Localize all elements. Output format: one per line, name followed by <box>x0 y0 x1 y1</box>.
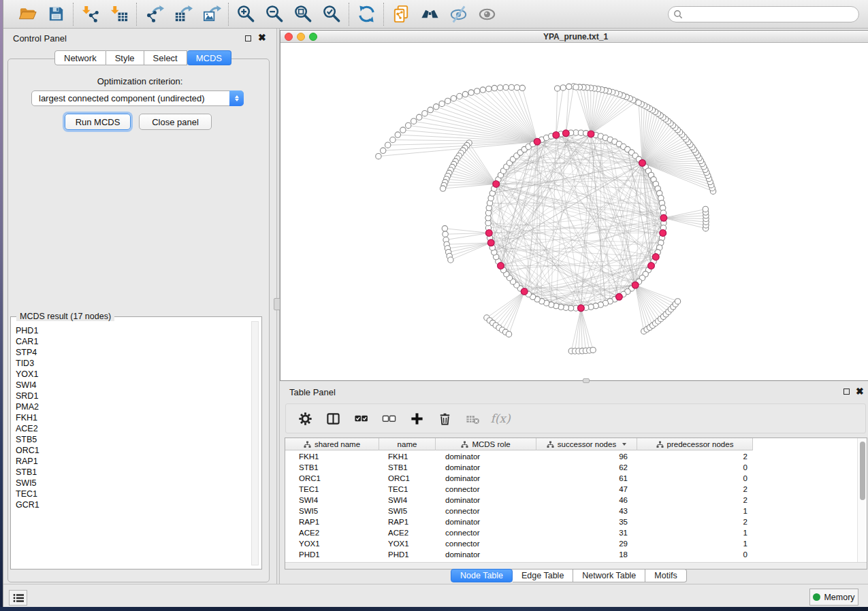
table-row-ACE2[interactable]: ACE2ACE2connector311 <box>285 527 753 538</box>
column-header-predecessor-nodes[interactable]: predecessor nodes <box>637 438 753 450</box>
graph-leaf-node[interactable] <box>514 85 519 90</box>
graph-leaf-node[interactable] <box>376 154 381 159</box>
table-horizontal-scrollbar[interactable] <box>285 562 867 569</box>
hide-selected-button[interactable] <box>447 3 469 25</box>
graph-mcds-node[interactable] <box>632 282 639 288</box>
mcds-result-item[interactable]: SRD1 <box>16 391 39 401</box>
graph-mcds-node[interactable] <box>562 130 569 137</box>
graph-leaf-node[interactable] <box>509 84 514 90</box>
graph-leaf-node[interactable] <box>406 122 411 128</box>
graph-leaf-node[interactable] <box>492 85 497 90</box>
graph-mcds-node[interactable] <box>498 263 504 269</box>
mcds-result-item[interactable]: SWI4 <box>16 380 39 391</box>
tab-style[interactable]: Style <box>106 50 144 65</box>
column-header-shared-name[interactable]: shared name <box>285 438 379 450</box>
table-row-STB1[interactable]: STB1STB1dominator620 <box>285 462 753 473</box>
mcds-result-item[interactable]: PMA2 <box>16 401 39 412</box>
close-panel-icon[interactable]: ✖ <box>258 34 266 41</box>
table-row-FKH1[interactable]: FKH1FKH1dominator962 <box>285 451 753 462</box>
column-header-MCDS-role[interactable]: MCDS role <box>436 438 536 450</box>
mcds-result-item[interactable]: CAR1 <box>16 336 39 347</box>
task-history-button[interactable] <box>9 590 27 606</box>
mcds-result-item[interactable]: FKH1 <box>16 412 39 423</box>
graph-mcds-node[interactable] <box>578 305 585 312</box>
save-session-button[interactable] <box>45 3 67 25</box>
graph-leaf-node[interactable] <box>381 148 386 153</box>
show-all-button[interactable] <box>476 3 498 25</box>
table-float-panel-icon[interactable] <box>843 389 850 395</box>
float-panel-icon[interactable] <box>245 35 251 42</box>
select-all-button[interactable] <box>353 410 369 427</box>
table-row-SWI4[interactable]: SWI4SWI4dominator462 <box>285 495 753 506</box>
tab-select[interactable]: Select <box>144 50 187 65</box>
columns-button[interactable] <box>325 410 341 427</box>
graph-leaf-node[interactable] <box>422 111 428 116</box>
table-scrollbar-thumb[interactable] <box>860 442 865 500</box>
graph-leaf-node[interactable] <box>503 84 509 90</box>
tab-edge-table[interactable]: Edge Table <box>513 569 573 582</box>
refresh-button[interactable] <box>355 3 377 25</box>
graph-mcds-node[interactable] <box>521 288 528 295</box>
open-file-button[interactable] <box>16 3 38 25</box>
search-input[interactable] <box>683 10 839 19</box>
close-panel-button[interactable]: Close panel <box>139 114 212 130</box>
mcds-result-item[interactable]: TEC1 <box>16 489 39 499</box>
tab-mcds[interactable]: MCDS <box>187 50 231 65</box>
mcds-result-item[interactable]: PHD1 <box>16 325 39 336</box>
first-neighbors-button[interactable] <box>419 3 440 25</box>
horizontal-splitter-grip[interactable] <box>583 378 590 383</box>
graph-mcds-node[interactable] <box>660 230 666 237</box>
zoom-fit-button[interactable] <box>292 3 314 25</box>
mcds-result-item[interactable]: RAP1 <box>16 456 39 467</box>
graph-mcds-node[interactable] <box>487 240 494 246</box>
graph-leaf-node[interactable] <box>400 127 406 133</box>
mcds-result-item[interactable]: TID3 <box>16 358 39 369</box>
network-graph-canvas[interactable] <box>280 43 868 380</box>
mcds-result-item[interactable]: YOX1 <box>16 369 39 380</box>
table-row-RAP1[interactable]: RAP1RAP1dominator352 <box>285 516 753 527</box>
graph-leaf-node[interactable] <box>385 142 391 148</box>
table-row-PHD1[interactable]: PHD1PHD1dominator180 <box>285 549 753 560</box>
mcds-result-scrollbar[interactable] <box>251 321 259 565</box>
run-mcds-button[interactable]: Run MCDS <box>65 114 131 130</box>
table-row-YOX1[interactable]: YOX1YOX1connector291 <box>285 538 753 549</box>
graph-leaf-node[interactable] <box>395 132 400 137</box>
graph-leaf-node[interactable] <box>566 84 572 89</box>
optimization-criterion-select[interactable]: largest connected component (undirected) <box>31 90 244 106</box>
graph-leaf-node[interactable] <box>480 87 485 93</box>
mcds-result-item[interactable]: ACE2 <box>16 423 39 434</box>
graph-leaf-node[interactable] <box>434 104 439 110</box>
table-vertical-scrollbar[interactable] <box>857 438 867 562</box>
add-button[interactable] <box>408 410 425 427</box>
tab-network[interactable]: Network <box>54 50 106 65</box>
tab-motifs[interactable]: Motifs <box>645 569 686 582</box>
graph-mcds-node[interactable] <box>485 230 492 237</box>
graph-leaf-node[interactable] <box>636 100 641 105</box>
graph-leaf-node[interactable] <box>462 91 468 97</box>
memory-button[interactable]: Memory <box>809 589 858 606</box>
table-close-panel-icon[interactable]: ✖ <box>856 388 864 395</box>
graph-leaf-node[interactable] <box>443 231 448 237</box>
graph-leaf-node[interactable] <box>468 90 474 95</box>
graph-leaf-node[interactable] <box>439 101 445 106</box>
graph-mcds-node[interactable] <box>648 263 655 269</box>
graph-leaf-node[interactable] <box>448 257 453 263</box>
graph-leaf-node[interactable] <box>573 84 579 90</box>
zoom-selected-button[interactable] <box>321 3 342 25</box>
column-header-name[interactable]: name <box>379 438 436 450</box>
tab-network-table[interactable]: Network Table <box>573 569 645 582</box>
graph-leaf-node[interactable] <box>519 85 525 90</box>
graph-leaf-node[interactable] <box>506 331 511 337</box>
tab-node-table[interactable]: Node Table <box>451 569 513 582</box>
graph-leaf-node[interactable] <box>457 93 462 99</box>
graph-leaf-node[interactable] <box>555 86 560 91</box>
graph-mcds-node[interactable] <box>616 293 623 300</box>
graph-leaf-node[interactable] <box>428 107 433 112</box>
zoom-out-button[interactable] <box>263 3 285 25</box>
mcds-result-item[interactable]: ORC1 <box>16 445 39 456</box>
zoom-in-button[interactable] <box>235 3 257 25</box>
graph-leaf-node[interactable] <box>703 206 708 212</box>
mcds-result-item[interactable]: GCR1 <box>16 499 39 510</box>
graph-mcds-node[interactable] <box>660 214 667 221</box>
graph-leaf-node[interactable] <box>590 347 596 352</box>
